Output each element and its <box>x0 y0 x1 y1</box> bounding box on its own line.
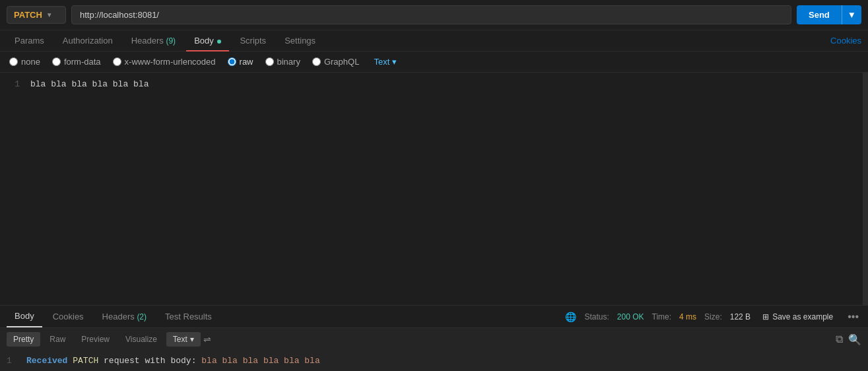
response-view-row: Pretty Raw Preview Visualize Text ▾ ⇌ ⧉ … <box>0 328 868 351</box>
wrap-lines-button[interactable]: ⇌ <box>203 334 211 345</box>
status-label: Status: <box>584 312 609 321</box>
view-tab-preview[interactable]: Preview <box>75 332 116 347</box>
radio-none[interactable]: none <box>9 57 40 67</box>
editor-scrollbar[interactable] <box>863 73 868 305</box>
radio-graphql[interactable]: GraphQL <box>312 57 359 67</box>
response-format-label: Text <box>173 335 187 344</box>
tab-scripts[interactable]: Scripts <box>232 30 274 51</box>
time-value: 4 ms <box>679 312 696 321</box>
tab-body[interactable]: Body <box>186 30 229 51</box>
chevron-down-icon: ▾ <box>190 335 194 344</box>
tab-settings[interactable]: Settings <box>277 30 323 51</box>
tab-params[interactable]: Params <box>7 30 52 51</box>
save-example-button[interactable]: ⊞ Save as example <box>758 311 837 323</box>
view-tab-visualize[interactable]: Visualize <box>119 332 164 347</box>
view-tab-raw[interactable]: Raw <box>43 332 72 347</box>
more-options-button[interactable]: ••• <box>845 311 861 323</box>
send-dropdown-button[interactable]: ▼ <box>842 5 861 24</box>
tab-authorization[interactable]: Authorization <box>55 30 121 51</box>
chevron-down-icon: ▾ <box>392 57 397 67</box>
text-format-dropdown[interactable]: Text ▾ <box>374 57 397 67</box>
search-response-button[interactable]: 🔍 <box>848 333 861 346</box>
url-input[interactable] <box>71 5 791 24</box>
response-tabs-bar: Body Cookies Headers (2) Test Results 🌐 … <box>0 306 868 328</box>
response-format-dropdown[interactable]: Text ▾ <box>166 332 201 347</box>
headers-badge: (9) <box>166 36 176 46</box>
request-tabs: Params Authorization Headers (9) Body Sc… <box>0 30 868 51</box>
radio-binary[interactable]: binary <box>265 57 300 67</box>
send-button[interactable]: Send <box>797 5 842 24</box>
radio-raw[interactable]: raw <box>228 57 253 67</box>
response-tab-headers[interactable]: Headers (2) <box>94 306 154 327</box>
save-icon: ⊞ <box>762 312 769 321</box>
response-body: 1 Received PATCH request with body: bla … <box>0 351 868 371</box>
globe-icon: 🌐 <box>565 312 576 322</box>
response-tab-body[interactable]: Body <box>7 306 42 327</box>
response-tab-cookies[interactable]: Cookies <box>45 306 92 327</box>
response-view-right: ⧉ 🔍 <box>836 333 861 346</box>
response-headers-badge: (2) <box>137 312 147 321</box>
method-value: PATCH <box>14 10 42 20</box>
method-selector[interactable]: PATCH ▼ <box>7 6 66 24</box>
text-format-label: Text <box>374 57 389 67</box>
response-section: Body Cookies Headers (2) Test Results 🌐 … <box>0 305 868 371</box>
size-label: Size: <box>704 312 722 321</box>
time-label: Time: <box>652 312 672 321</box>
copy-response-button[interactable]: ⧉ <box>836 333 843 345</box>
editor-content[interactable]: bla bla bla bla bla bla <box>24 73 863 305</box>
radio-form-data[interactable]: form-data <box>52 57 101 67</box>
request-editor: 1 bla bla bla bla bla bla <box>0 73 868 305</box>
body-active-dot <box>217 40 221 44</box>
size-value: 122 B <box>730 312 751 321</box>
body-type-row: none form-data x-www-form-urlencoded raw… <box>0 51 868 73</box>
send-button-group: Send ▼ <box>797 5 861 24</box>
radio-x-www-form-urlencoded[interactable]: x-www-form-urlencoded <box>113 57 216 67</box>
tab-headers[interactable]: Headers (9) <box>123 30 184 51</box>
response-tab-test-results[interactable]: Test Results <box>157 306 220 327</box>
response-line-number: 1 <box>7 356 20 366</box>
editor-line-numbers: 1 <box>0 73 24 305</box>
cookies-link[interactable]: Cookies <box>830 36 861 46</box>
chevron-down-icon: ▼ <box>46 11 53 18</box>
chevron-down-icon: ▼ <box>848 10 856 20</box>
response-body-content: Received PATCH request with body: bla bl… <box>26 356 320 366</box>
status-code: 200 OK <box>617 312 644 321</box>
top-bar: PATCH ▼ Send ▼ <box>0 0 868 30</box>
view-tab-pretty[interactable]: Pretty <box>7 332 40 347</box>
response-status-area: 🌐 Status: 200 OK Time: 4 ms Size: 122 B … <box>565 311 861 323</box>
